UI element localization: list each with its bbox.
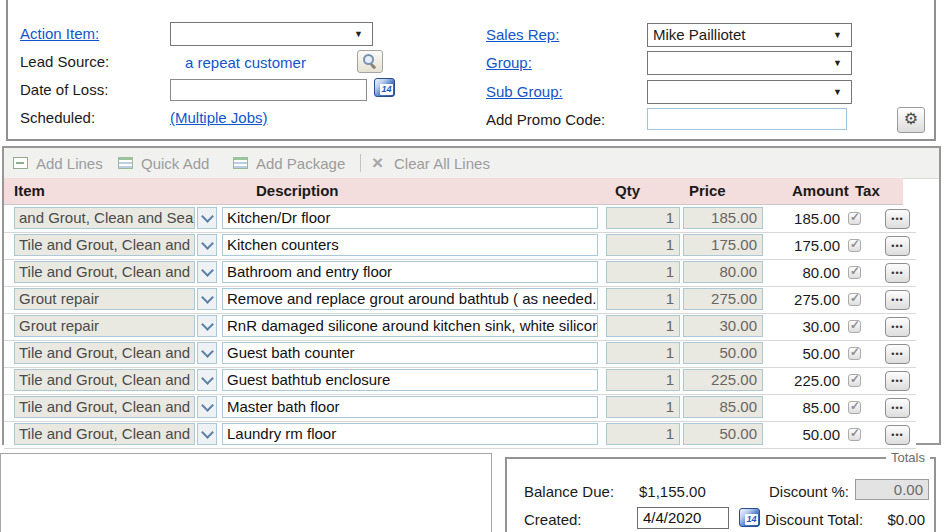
price-input[interactable]: 85.00	[683, 396, 763, 418]
item-dropdown-button[interactable]	[197, 207, 217, 229]
tax-checkbox[interactable]	[848, 266, 861, 279]
sub-group-select[interactable]	[647, 80, 852, 104]
action-item-select[interactable]	[170, 22, 373, 46]
description-input[interactable]: Guest bathtub enclosure	[222, 369, 598, 391]
qty-input[interactable]: 1	[606, 423, 680, 445]
item-select-input[interactable]: Tile and Grout, Clean and	[14, 342, 195, 364]
item-select-input[interactable]: Tile and Grout, Clean and	[14, 396, 195, 418]
price-input[interactable]: 275.00	[683, 288, 763, 310]
item-dropdown-button[interactable]	[197, 423, 217, 445]
item-select-input[interactable]: Tile and Grout, Clean and	[14, 234, 195, 256]
multiple-jobs-link[interactable]: (Multiple Jobs)	[170, 109, 268, 126]
qty-input[interactable]: 1	[606, 234, 680, 256]
chevron-down-icon	[201, 399, 214, 412]
item-select-input[interactable]: Grout repair	[14, 315, 195, 337]
item-dropdown-button[interactable]	[197, 234, 217, 256]
item-dropdown-button[interactable]	[197, 396, 217, 418]
sales-rep-label[interactable]: Sales Rep:	[486, 26, 559, 43]
add-lines-button[interactable]: Add Lines	[13, 148, 103, 178]
lines-toolbar: Add Lines Quick Add Add Package Clear Al…	[4, 148, 939, 179]
table-row: Tile and Grout, Clean and Kitchen counte…	[4, 233, 916, 260]
qty-input[interactable]: 1	[606, 396, 680, 418]
price-input[interactable]: 185.00	[683, 207, 763, 229]
ellipsis-icon	[886, 210, 909, 228]
item-dropdown-button[interactable]	[197, 369, 217, 391]
quick-add-button[interactable]: Quick Add	[118, 148, 209, 178]
qty-input[interactable]: 1	[606, 207, 680, 229]
sub-group-label[interactable]: Sub Group:	[486, 83, 563, 100]
row-options-button[interactable]	[885, 317, 910, 337]
tax-checkbox[interactable]	[848, 347, 861, 360]
qty-input[interactable]: 1	[606, 261, 680, 283]
tax-checkbox[interactable]	[848, 401, 861, 414]
tax-checkbox[interactable]	[848, 212, 861, 225]
qty-input[interactable]: 1	[606, 315, 680, 337]
description-input[interactable]: Guest bath counter	[222, 342, 598, 364]
qty-input[interactable]: 1	[606, 342, 680, 364]
promo-code-input[interactable]	[647, 108, 847, 130]
promo-settings-button[interactable]	[897, 107, 925, 133]
created-calendar-icon[interactable]: 14	[739, 508, 760, 527]
date-of-loss-calendar-icon[interactable]: 14	[374, 78, 395, 97]
chevron-down-icon	[201, 210, 214, 223]
amount-value: 50.00	[759, 426, 840, 443]
clear-all-lines-label: Clear All Lines	[394, 155, 490, 172]
tax-checkbox[interactable]	[848, 239, 861, 252]
balance-due-label: Balance Due:	[524, 483, 614, 500]
tax-checkbox[interactable]	[848, 428, 861, 441]
description-input[interactable]: Bathroom and entry floor	[222, 261, 598, 283]
lead-source-search-button[interactable]	[357, 50, 383, 73]
clear-all-lines-button[interactable]: Clear All Lines	[372, 148, 490, 178]
item-dropdown-button[interactable]	[197, 342, 217, 364]
item-dropdown-button[interactable]	[197, 315, 217, 337]
item-select-input[interactable]: Tile and Grout, Clean and	[14, 369, 195, 391]
sales-rep-select[interactable]: Mike Pailliotet	[647, 23, 852, 47]
notes-panel	[0, 453, 492, 532]
price-input[interactable]: 50.00	[683, 423, 763, 445]
price-input[interactable]: 50.00	[683, 342, 763, 364]
ellipsis-icon	[886, 237, 909, 255]
discount-pct-input[interactable]: 0.00	[855, 479, 929, 500]
price-input[interactable]: 30.00	[683, 315, 763, 337]
description-input[interactable]: Master bath floor	[222, 396, 598, 418]
row-options-button[interactable]	[885, 290, 910, 310]
row-options-button[interactable]	[885, 263, 910, 283]
row-options-button[interactable]	[885, 398, 910, 418]
tax-checkbox[interactable]	[848, 293, 861, 306]
ellipsis-icon	[886, 318, 909, 336]
totals-legend: Totals	[886, 450, 930, 465]
item-dropdown-button[interactable]	[197, 261, 217, 283]
totals-fieldset: Totals Balance Due: $1,155.00 Discount %…	[505, 457, 936, 532]
item-dropdown-button[interactable]	[197, 288, 217, 310]
row-options-button[interactable]	[885, 236, 910, 256]
table-rows: and Grout, Clean and Seal Kitchen/Dr flo…	[4, 206, 939, 449]
item-select-input[interactable]: and Grout, Clean and Seal	[14, 207, 195, 229]
description-input[interactable]: RnR damaged silicone around kitchen sink…	[222, 315, 598, 337]
row-options-button[interactable]	[885, 371, 910, 391]
action-item-label[interactable]: Action Item:	[20, 25, 99, 42]
description-input[interactable]: Kitchen counters	[222, 234, 598, 256]
qty-input[interactable]: 1	[606, 288, 680, 310]
row-options-button[interactable]	[885, 209, 910, 229]
row-options-button[interactable]	[885, 344, 910, 364]
item-select-input[interactable]: Tile and Grout, Clean and	[14, 261, 195, 283]
qty-input[interactable]: 1	[606, 369, 680, 391]
description-input[interactable]: Laundry rm floor	[222, 423, 598, 445]
item-select-input[interactable]: Grout repair	[14, 288, 195, 310]
description-input[interactable]: Remove and replace grout around bathtub …	[222, 288, 598, 310]
add-package-button[interactable]: Add Package	[233, 148, 345, 178]
tax-checkbox[interactable]	[848, 320, 861, 333]
price-input[interactable]: 225.00	[683, 369, 763, 391]
discount-pct-label: Discount %:	[769, 483, 849, 500]
group-select[interactable]	[647, 51, 852, 75]
description-input[interactable]: Kitchen/Dr floor	[222, 207, 598, 229]
date-of-loss-input[interactable]	[170, 79, 367, 101]
price-input[interactable]: 80.00	[683, 261, 763, 283]
group-label[interactable]: Group:	[486, 54, 532, 71]
created-label: Created:	[524, 511, 582, 528]
price-input[interactable]: 175.00	[683, 234, 763, 256]
item-select-input[interactable]: Tile and Grout, Clean and	[14, 423, 195, 445]
tax-checkbox[interactable]	[848, 374, 861, 387]
created-date-input[interactable]: 4/4/2020	[637, 507, 729, 529]
row-options-button[interactable]	[885, 425, 910, 445]
